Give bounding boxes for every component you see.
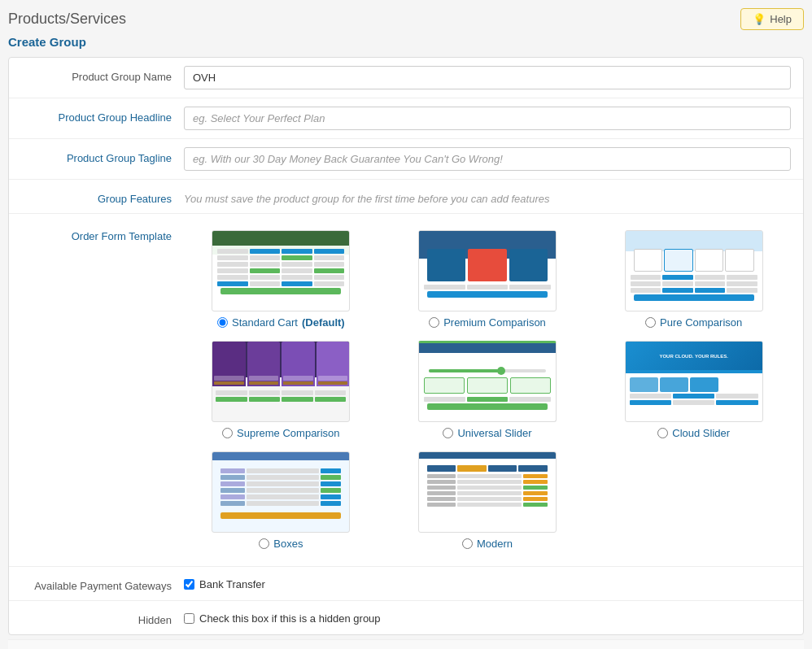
product-group-headline-row: Product Group Headline [9, 98, 803, 139]
template-name-pure: Pure Comparison [660, 316, 742, 329]
template-label-premium[interactable]: Premium Comparison [429, 316, 546, 329]
template-thumb-premium[interactable] [418, 230, 557, 311]
template-thumb-modern[interactable] [418, 451, 557, 533]
template-radio-boxes[interactable] [259, 538, 269, 549]
template-name-premium: Premium Comparison [443, 316, 546, 329]
template-grid: Standard Cart (Default) [184, 222, 791, 558]
template-radio-supreme[interactable] [222, 428, 233, 438]
bank-transfer-checkbox[interactable] [184, 579, 194, 590]
template-thumb-supreme[interactable] [212, 341, 350, 422]
hidden-row: Hidden Check this box if this is a hidde… [9, 601, 803, 634]
template-thumb-boxes[interactable] [212, 451, 350, 533]
template-item-standard: Standard Cart (Default) [184, 230, 378, 329]
hidden-label: Hidden [21, 609, 184, 626]
template-name-boxes: Boxes [273, 538, 303, 550]
help-button[interactable]: 💡 Help [740, 8, 804, 30]
page-title: Products/Services [8, 11, 126, 28]
template-item-boxes: Boxes [184, 451, 378, 550]
template-radio-premium[interactable] [429, 317, 439, 328]
help-label: Help [770, 13, 792, 25]
template-item-pure: Pure Comparison [596, 230, 791, 329]
template-name-modern: Modern [477, 538, 513, 550]
template-radio-universal[interactable] [443, 428, 453, 438]
payment-gateways-label: Available Payment Gateways [21, 575, 184, 592]
product-group-headline-label: Product Group Headline [21, 107, 184, 124]
template-item-cloud: YOUR CLOUD. YOUR RULES. [596, 341, 791, 439]
product-group-headline-input[interactable] [184, 107, 791, 130]
order-form-template-row: Order Form Template [9, 214, 803, 567]
help-icon: 💡 [753, 13, 766, 25]
template-thumb-standard[interactable] [212, 230, 350, 311]
template-name-standard: Standard Cart [232, 316, 298, 329]
template-radio-cloud[interactable] [657, 428, 668, 438]
template-name-universal: Universal Slider [457, 427, 531, 439]
cloud-header-text: YOUR CLOUD. YOUR RULES. [659, 354, 728, 359]
order-form-template-field: Standard Cart (Default) [184, 222, 791, 558]
bank-transfer-gateway: Bank Transfer [184, 575, 791, 590]
form-container: Product Group Name Product Group Headlin… [8, 57, 804, 635]
template-radio-modern[interactable] [462, 538, 473, 549]
sub-title: Create Group [8, 35, 804, 49]
button-row: Save Changes Cancel Changes [8, 639, 804, 649]
product-group-name-row: Product Group Name [9, 58, 803, 98]
template-thumb-cloud[interactable]: YOUR CLOUD. YOUR RULES. [625, 341, 763, 422]
template-label-supreme[interactable]: Supreme Comparison [222, 427, 339, 439]
template-thumb-pure[interactable] [625, 230, 763, 311]
group-features-row: Group Features You must save the product… [9, 180, 803, 214]
template-item-universal: Universal Slider [391, 341, 585, 439]
product-group-name-input[interactable] [184, 66, 791, 89]
template-label-standard[interactable]: Standard Cart (Default) [217, 316, 345, 329]
page-header: Products/Services 💡 Help [8, 8, 804, 30]
template-label-boxes[interactable]: Boxes [259, 538, 303, 550]
template-label-modern[interactable]: Modern [462, 538, 513, 550]
template-name-supreme: Supreme Comparison [237, 427, 339, 439]
hidden-checkbox[interactable] [184, 613, 194, 624]
template-radio-standard[interactable] [217, 317, 228, 328]
bank-transfer-label: Bank Transfer [199, 578, 265, 590]
group-features-field: You must save the product group for the … [184, 188, 791, 205]
group-features-notice: You must save the product group for the … [184, 188, 791, 205]
template-name-cloud: Cloud Slider [672, 427, 730, 439]
product-group-tagline-label: Product Group Tagline [21, 147, 184, 164]
order-form-template-label: Order Form Template [21, 222, 184, 242]
hidden-checkbox-row: Check this box if this is a hidden group [184, 609, 791, 625]
group-features-label: Group Features [21, 188, 184, 205]
template-item-premium: Premium Comparison [391, 230, 585, 329]
product-group-name-label: Product Group Name [21, 66, 184, 83]
template-item-supreme: Supreme Comparison [184, 341, 378, 439]
hidden-checkbox-label: Check this box if this is a hidden group [199, 612, 381, 625]
template-label-cloud[interactable]: Cloud Slider [657, 427, 730, 439]
hidden-field: Check this box if this is a hidden group [184, 609, 791, 625]
payment-gateways-field: Bank Transfer [184, 575, 791, 590]
product-group-tagline-row: Product Group Tagline [9, 139, 803, 180]
template-label-universal[interactable]: Universal Slider [443, 427, 531, 439]
payment-gateways-row: Available Payment Gateways Bank Transfer [9, 567, 803, 601]
product-group-headline-field [184, 107, 791, 130]
product-group-tagline-field [184, 147, 791, 171]
product-group-name-field [184, 66, 791, 89]
template-radio-pure[interactable] [645, 317, 656, 328]
template-label-pure[interactable]: Pure Comparison [645, 316, 742, 329]
product-group-tagline-input[interactable] [184, 147, 791, 171]
template-item-modern: Modern [391, 451, 585, 550]
template-thumb-universal[interactable] [418, 341, 557, 422]
template-default-tag: (Default) [302, 316, 345, 329]
